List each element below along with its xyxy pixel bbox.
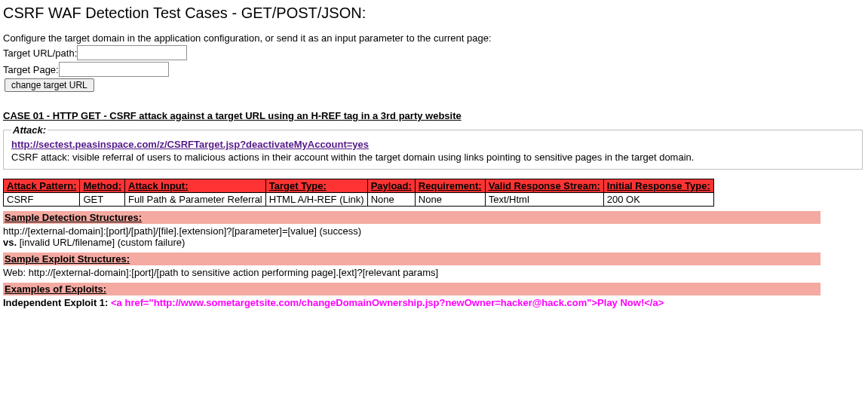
exploit-structures-title: Sample Exploit Structures: <box>3 253 820 265</box>
detection-line-2-rest: [invalid URL/filename] (custom failure) <box>17 237 185 248</box>
detection-line-2: vs. [invalid URL/filename] (custom failu… <box>3 237 863 248</box>
target-url-label: Target URL/path: <box>3 47 77 59</box>
change-target-url-button[interactable]: change target URL <box>5 78 94 92</box>
th-valid-response: Valid Response Stream: <box>485 179 603 193</box>
th-method: Method: <box>80 179 125 193</box>
page-title: CSRF WAF Detection Test Cases - GET/POST… <box>3 5 863 22</box>
examples-of-exploits-title: Examples of Exploits: <box>3 283 820 295</box>
td-attack-pattern: CSRF <box>4 193 80 207</box>
td-initial-response: 200 OK <box>603 193 713 207</box>
td-payload: None <box>367 193 415 207</box>
independent-exploit-1-label: Independent Exploit 1: <box>3 297 111 308</box>
th-payload: Payload: <box>367 179 415 193</box>
th-attack-pattern: Attack Pattern: <box>4 179 80 193</box>
attributes-table: Attack Pattern: Method: Attack Input: Ta… <box>3 179 714 207</box>
attack-url-link[interactable]: http://sectest.peasinspace.com/z/CSRFTar… <box>11 139 369 150</box>
attack-fieldset: Attack: http://sectest.peasinspace.com/z… <box>3 124 863 170</box>
vs-label: vs. <box>3 237 17 248</box>
td-valid-response: Text/Html <box>485 193 603 207</box>
td-attack-input: Full Path & Parameter Referral <box>125 193 266 207</box>
attack-legend: Attack: <box>11 124 48 136</box>
target-page-input[interactable] <box>59 62 169 77</box>
th-requirement: Requirement: <box>415 179 485 193</box>
detection-structures-body: http://[external-domain]:[port]/[path]/[… <box>3 225 863 248</box>
td-requirement: None <box>415 193 485 207</box>
target-page-label: Target Page: <box>3 64 59 75</box>
independent-exploit-1-code: <a href="http://www.sometargetsite.com/c… <box>111 297 664 308</box>
attack-description: CSRF attack: visible referral of users t… <box>11 152 854 163</box>
intro-text: Configure the target domain in the appli… <box>3 32 863 44</box>
target-url-input[interactable] <box>77 45 187 60</box>
examples-of-exploits-body: Independent Exploit 1: <a href="http://w… <box>3 297 863 308</box>
th-target-type: Target Type: <box>265 179 367 193</box>
detection-structures-title: Sample Detection Structures: <box>3 211 820 224</box>
th-attack-input: Attack Input: <box>125 179 266 193</box>
td-target-type: HTML A/H-REF (Link) <box>265 193 367 207</box>
th-initial-response: Initial Response Type: <box>603 179 713 193</box>
case-01-title: CASE 01 - HTTP GET - CSRF attack against… <box>3 110 863 121</box>
exploit-structures-line-1: Web: http://[external-domain]:[port]/[pa… <box>3 267 863 278</box>
detection-line-1: http://[external-domain]:[port]/[path]/[… <box>3 225 863 237</box>
td-method: GET <box>80 193 125 207</box>
table-row: CSRF GET Full Path & Parameter Referral … <box>4 193 714 207</box>
exploit-structures-body: Web: http://[external-domain]:[port]/[pa… <box>3 267 863 278</box>
table-header-row: Attack Pattern: Method: Attack Input: Ta… <box>4 179 714 193</box>
